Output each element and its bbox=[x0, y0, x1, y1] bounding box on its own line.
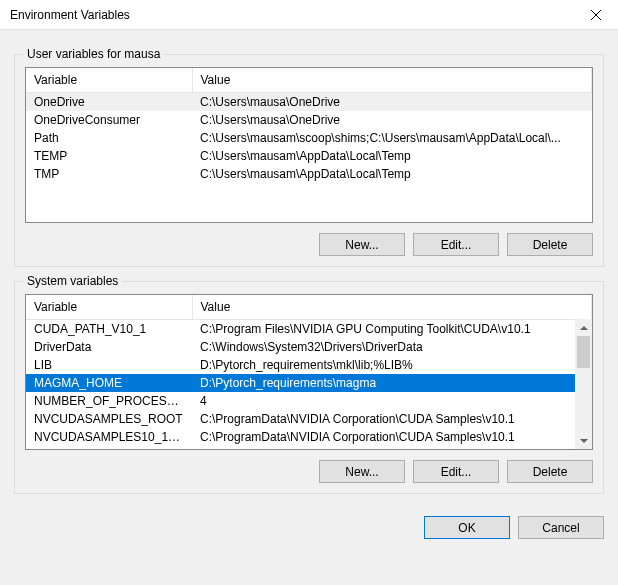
cell-value: C:\Windows\System32\Drivers\DriverData bbox=[192, 338, 592, 356]
cell-variable: OneDrive bbox=[26, 92, 192, 111]
user-button-row: New... Edit... Delete bbox=[25, 233, 593, 256]
cell-value: C:\ProgramData\NVIDIA Corporation\CUDA S… bbox=[192, 428, 592, 446]
cell-value: C:\Users\mausa\OneDrive bbox=[192, 111, 592, 129]
table-row[interactable]: NVCUDASAMPLES_ROOT C:\ProgramData\NVIDIA… bbox=[26, 410, 592, 428]
table-row[interactable]: TMP C:\Users\mausam\AppData\Local\Temp bbox=[26, 165, 592, 183]
system-delete-button[interactable]: Delete bbox=[507, 460, 593, 483]
window-title: Environment Variables bbox=[10, 8, 130, 22]
cell-variable: DriverData bbox=[26, 338, 192, 356]
ok-button[interactable]: OK bbox=[424, 516, 510, 539]
system-variables-table[interactable]: Variable Value CUDA_PATH_V10_1 C:\Progra… bbox=[26, 295, 592, 446]
system-variables-legend: System variables bbox=[23, 274, 122, 288]
cell-value: C:\Users\mausa\OneDrive bbox=[192, 92, 592, 111]
cell-value: C:\Program Files\NVIDIA GPU Computing To… bbox=[192, 319, 592, 338]
cell-value: C:\Users\mausam\scoop\shims;C:\Users\mau… bbox=[192, 129, 592, 147]
cancel-button[interactable]: Cancel bbox=[518, 516, 604, 539]
cell-variable: NVCUDASAMPLES10_1_ROOT bbox=[26, 428, 192, 446]
table-row[interactable]: LIB D:\Pytorch_requirements\mkl\lib;%LIB… bbox=[26, 356, 592, 374]
close-button[interactable] bbox=[573, 0, 618, 30]
system-edit-button[interactable]: Edit... bbox=[413, 460, 499, 483]
cell-variable: Path bbox=[26, 129, 192, 147]
table-row[interactable]: NVCUDASAMPLES10_1_ROOT C:\ProgramData\NV… bbox=[26, 428, 592, 446]
user-variables-legend: User variables for mausa bbox=[23, 47, 164, 61]
chevron-up-icon bbox=[580, 324, 588, 332]
chevron-down-icon bbox=[580, 437, 588, 445]
cell-variable: TEMP bbox=[26, 147, 192, 165]
scroll-thumb[interactable] bbox=[577, 336, 590, 368]
cell-value: 4 bbox=[192, 392, 592, 410]
system-col-variable[interactable]: Variable bbox=[26, 295, 192, 319]
footer-row: OK Cancel bbox=[14, 516, 604, 539]
table-row[interactable]: NUMBER_OF_PROCESSORS 4 bbox=[26, 392, 592, 410]
scroll-up-button[interactable] bbox=[575, 319, 592, 336]
close-icon bbox=[591, 10, 601, 20]
cell-variable: NUMBER_OF_PROCESSORS bbox=[26, 392, 192, 410]
user-variables-group: User variables for mausa Variable Value … bbox=[14, 54, 604, 267]
user-col-value[interactable]: Value bbox=[192, 68, 592, 92]
cell-value: D:\Pytorch_requirements\magma bbox=[192, 374, 592, 392]
user-edit-button[interactable]: Edit... bbox=[413, 233, 499, 256]
user-new-button[interactable]: New... bbox=[319, 233, 405, 256]
cell-variable: CUDA_PATH_V10_1 bbox=[26, 319, 192, 338]
user-variables-table-wrap: Variable Value OneDrive C:\Users\mausa\O… bbox=[25, 67, 593, 223]
system-new-button[interactable]: New... bbox=[319, 460, 405, 483]
scrollbar[interactable] bbox=[575, 319, 592, 449]
cell-variable: MAGMA_HOME bbox=[26, 374, 192, 392]
user-variables-table[interactable]: Variable Value OneDrive C:\Users\mausa\O… bbox=[26, 68, 592, 183]
scroll-down-button[interactable] bbox=[575, 432, 592, 449]
table-row[interactable]: OneDrive C:\Users\mausa\OneDrive bbox=[26, 92, 592, 111]
table-row[interactable]: OneDriveConsumer C:\Users\mausa\OneDrive bbox=[26, 111, 592, 129]
system-variables-group: System variables Variable Value CUDA_PAT… bbox=[14, 281, 604, 494]
user-delete-button[interactable]: Delete bbox=[507, 233, 593, 256]
cell-variable: OneDriveConsumer bbox=[26, 111, 192, 129]
table-row[interactable]: Path C:\Users\mausam\scoop\shims;C:\User… bbox=[26, 129, 592, 147]
table-row[interactable]: TEMP C:\Users\mausam\AppData\Local\Temp bbox=[26, 147, 592, 165]
table-row[interactable]: MAGMA_HOME D:\Pytorch_requirements\magma bbox=[26, 374, 592, 392]
table-row[interactable]: CUDA_PATH_V10_1 C:\Program Files\NVIDIA … bbox=[26, 319, 592, 338]
dialog-body: User variables for mausa Variable Value … bbox=[0, 30, 618, 585]
cell-variable: TMP bbox=[26, 165, 192, 183]
cell-value: C:\Users\mausam\AppData\Local\Temp bbox=[192, 165, 592, 183]
system-col-value[interactable]: Value bbox=[192, 295, 592, 319]
cell-value: D:\Pytorch_requirements\mkl\lib;%LIB% bbox=[192, 356, 592, 374]
system-variables-table-wrap: Variable Value CUDA_PATH_V10_1 C:\Progra… bbox=[25, 294, 593, 450]
cell-value: C:\ProgramData\NVIDIA Corporation\CUDA S… bbox=[192, 410, 592, 428]
system-button-row: New... Edit... Delete bbox=[25, 460, 593, 483]
table-row[interactable]: DriverData C:\Windows\System32\Drivers\D… bbox=[26, 338, 592, 356]
titlebar: Environment Variables bbox=[0, 0, 618, 30]
cell-variable: LIB bbox=[26, 356, 192, 374]
user-col-variable[interactable]: Variable bbox=[26, 68, 192, 92]
cell-value: C:\Users\mausam\AppData\Local\Temp bbox=[192, 147, 592, 165]
cell-variable: NVCUDASAMPLES_ROOT bbox=[26, 410, 192, 428]
